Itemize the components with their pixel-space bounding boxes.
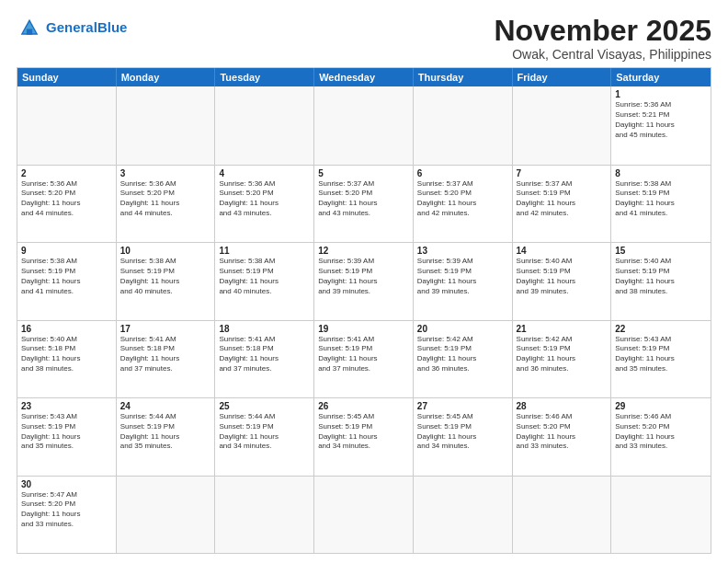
day-number: 30: [21, 479, 112, 489]
day-number: 18: [219, 324, 310, 334]
day-info: Sunrise: 5:40 AM Sunset: 5:19 PM Dayligh…: [615, 257, 707, 296]
calendar-cell-1-5: 7Sunrise: 5:37 AM Sunset: 5:19 PM Daylig…: [513, 166, 612, 242]
calendar-cell-0-2: [215, 86, 314, 164]
calendar-cell-3-6: 22Sunrise: 5:43 AM Sunset: 5:19 PM Dayli…: [611, 321, 711, 397]
day-info: Sunrise: 5:44 AM Sunset: 5:19 PM Dayligh…: [120, 412, 211, 452]
calendar-cell-0-6: 1Sunrise: 5:36 AM Sunset: 5:21 PM Daylig…: [611, 86, 711, 164]
day-number: 7: [517, 168, 608, 178]
calendar-cell-4-1: 24Sunrise: 5:44 AM Sunset: 5:19 PM Dayli…: [117, 398, 216, 475]
day-info: Sunrise: 5:42 AM Sunset: 5:19 PM Dayligh…: [417, 335, 508, 374]
day-info: Sunrise: 5:40 AM Sunset: 5:18 PM Dayligh…: [21, 335, 112, 374]
main-title: November 2025: [494, 15, 711, 47]
calendar-cell-4-4: 27Sunrise: 5:45 AM Sunset: 5:19 PM Dayli…: [414, 398, 513, 475]
header-tuesday: Tuesday: [215, 68, 314, 86]
day-number: 27: [417, 401, 508, 411]
day-number: 21: [517, 324, 608, 334]
day-number: 26: [318, 401, 409, 411]
calendar-cell-3-3: 19Sunrise: 5:41 AM Sunset: 5:19 PM Dayli…: [314, 321, 414, 397]
day-number: 16: [21, 324, 112, 334]
day-info: Sunrise: 5:39 AM Sunset: 5:19 PM Dayligh…: [318, 257, 409, 296]
day-number: 17: [120, 324, 211, 334]
calendar-cell-2-0: 9Sunrise: 5:38 AM Sunset: 5:19 PM Daylig…: [17, 243, 117, 319]
day-number: 15: [615, 246, 707, 256]
day-info: Sunrise: 5:40 AM Sunset: 5:19 PM Dayligh…: [517, 257, 608, 296]
day-number: 19: [318, 324, 409, 334]
day-info: Sunrise: 5:41 AM Sunset: 5:18 PM Dayligh…: [219, 335, 310, 374]
calendar-cell-2-6: 15Sunrise: 5:40 AM Sunset: 5:19 PM Dayli…: [611, 243, 711, 319]
day-number: 14: [517, 246, 608, 256]
calendar-row-4: 23Sunrise: 5:43 AM Sunset: 5:19 PM Dayli…: [17, 397, 711, 475]
day-number: 9: [21, 246, 112, 256]
calendar-cell-2-2: 11Sunrise: 5:38 AM Sunset: 5:19 PM Dayli…: [215, 243, 314, 319]
calendar-cell-5-0: 30Sunrise: 5:47 AM Sunset: 5:20 PM Dayli…: [17, 477, 117, 553]
header-friday: Friday: [513, 68, 612, 86]
day-info: Sunrise: 5:42 AM Sunset: 5:19 PM Dayligh…: [517, 335, 608, 374]
day-info: Sunrise: 5:37 AM Sunset: 5:20 PM Dayligh…: [318, 179, 409, 219]
calendar-cell-3-0: 16Sunrise: 5:40 AM Sunset: 5:18 PM Dayli…: [17, 321, 117, 397]
calendar-cell-3-2: 18Sunrise: 5:41 AM Sunset: 5:18 PM Dayli…: [215, 321, 314, 397]
day-number: 5: [318, 168, 409, 178]
calendar-row-3: 16Sunrise: 5:40 AM Sunset: 5:18 PM Dayli…: [17, 320, 711, 397]
header-wednesday: Wednesday: [314, 68, 414, 86]
calendar-cell-5-1: [117, 477, 216, 553]
day-info: Sunrise: 5:38 AM Sunset: 5:19 PM Dayligh…: [219, 257, 310, 296]
calendar-cell-4-0: 23Sunrise: 5:43 AM Sunset: 5:19 PM Dayli…: [17, 398, 117, 475]
svg-rect-3: [27, 29, 32, 35]
day-info: Sunrise: 5:36 AM Sunset: 5:20 PM Dayligh…: [21, 179, 112, 219]
calendar-cell-1-6: 8Sunrise: 5:38 AM Sunset: 5:19 PM Daylig…: [611, 166, 711, 242]
calendar-cell-1-3: 5Sunrise: 5:37 AM Sunset: 5:20 PM Daylig…: [314, 166, 414, 242]
calendar-cell-2-1: 10Sunrise: 5:38 AM Sunset: 5:19 PM Dayli…: [117, 243, 216, 319]
day-number: 3: [120, 168, 211, 178]
title-block: November 2025 Owak, Central Visayas, Phi…: [494, 15, 711, 62]
day-info: Sunrise: 5:37 AM Sunset: 5:20 PM Dayligh…: [417, 179, 508, 219]
day-number: 22: [615, 324, 707, 334]
day-number: 4: [219, 168, 310, 178]
day-info: Sunrise: 5:45 AM Sunset: 5:19 PM Dayligh…: [417, 412, 508, 452]
day-number: 20: [417, 324, 508, 334]
calendar-row-0: 1Sunrise: 5:36 AM Sunset: 5:21 PM Daylig…: [17, 86, 711, 164]
day-number: 28: [517, 401, 608, 411]
day-number: 6: [417, 168, 508, 178]
calendar-cell-2-3: 12Sunrise: 5:39 AM Sunset: 5:19 PM Dayli…: [314, 243, 414, 319]
calendar-row-5: 30Sunrise: 5:47 AM Sunset: 5:20 PM Dayli…: [17, 476, 711, 553]
day-number: 2: [21, 168, 112, 178]
header-saturday: Saturday: [611, 68, 711, 86]
day-number: 29: [615, 401, 707, 411]
page: GeneralBlue November 2025 Owak, Central …: [0, 0, 728, 563]
day-info: Sunrise: 5:36 AM Sunset: 5:21 PM Dayligh…: [615, 100, 707, 140]
subtitle: Owak, Central Visayas, Philippines: [494, 47, 711, 62]
day-number: 13: [417, 246, 508, 256]
day-info: Sunrise: 5:44 AM Sunset: 5:19 PM Dayligh…: [219, 412, 310, 452]
calendar-cell-0-0: [17, 86, 117, 164]
calendar-row-1: 2Sunrise: 5:36 AM Sunset: 5:20 PM Daylig…: [17, 165, 711, 242]
calendar-cell-3-5: 21Sunrise: 5:42 AM Sunset: 5:19 PM Dayli…: [513, 321, 612, 397]
day-number: 11: [219, 246, 310, 256]
day-info: Sunrise: 5:36 AM Sunset: 5:20 PM Dayligh…: [120, 179, 211, 219]
day-info: Sunrise: 5:39 AM Sunset: 5:19 PM Dayligh…: [417, 257, 508, 296]
calendar-cell-3-4: 20Sunrise: 5:42 AM Sunset: 5:19 PM Dayli…: [414, 321, 513, 397]
day-info: Sunrise: 5:47 AM Sunset: 5:20 PM Dayligh…: [21, 490, 112, 530]
calendar-cell-4-2: 25Sunrise: 5:44 AM Sunset: 5:19 PM Dayli…: [215, 398, 314, 475]
day-number: 23: [21, 401, 112, 411]
day-info: Sunrise: 5:46 AM Sunset: 5:20 PM Dayligh…: [615, 412, 707, 452]
day-number: 8: [615, 168, 707, 178]
calendar-cell-5-5: [513, 477, 612, 553]
day-info: Sunrise: 5:38 AM Sunset: 5:19 PM Dayligh…: [21, 257, 112, 296]
header-monday: Monday: [117, 68, 216, 86]
calendar-cell-5-3: [314, 477, 414, 553]
day-info: Sunrise: 5:36 AM Sunset: 5:20 PM Dayligh…: [219, 179, 310, 219]
day-number: 12: [318, 246, 409, 256]
calendar-cell-1-2: 4Sunrise: 5:36 AM Sunset: 5:20 PM Daylig…: [215, 166, 314, 242]
day-number: 10: [120, 246, 211, 256]
day-number: 1: [615, 89, 707, 99]
calendar-cell-2-4: 13Sunrise: 5:39 AM Sunset: 5:19 PM Dayli…: [414, 243, 513, 319]
day-number: 24: [120, 401, 211, 411]
calendar-row-2: 9Sunrise: 5:38 AM Sunset: 5:19 PM Daylig…: [17, 242, 711, 319]
calendar-cell-1-1: 3Sunrise: 5:36 AM Sunset: 5:20 PM Daylig…: [117, 166, 216, 242]
day-info: Sunrise: 5:43 AM Sunset: 5:19 PM Dayligh…: [615, 335, 707, 374]
calendar-cell-0-5: [513, 86, 612, 164]
header-thursday: Thursday: [414, 68, 513, 86]
day-info: Sunrise: 5:41 AM Sunset: 5:18 PM Dayligh…: [120, 335, 211, 374]
logo: GeneralBlue: [17, 15, 127, 40]
calendar-cell-2-5: 14Sunrise: 5:40 AM Sunset: 5:19 PM Dayli…: [513, 243, 612, 319]
